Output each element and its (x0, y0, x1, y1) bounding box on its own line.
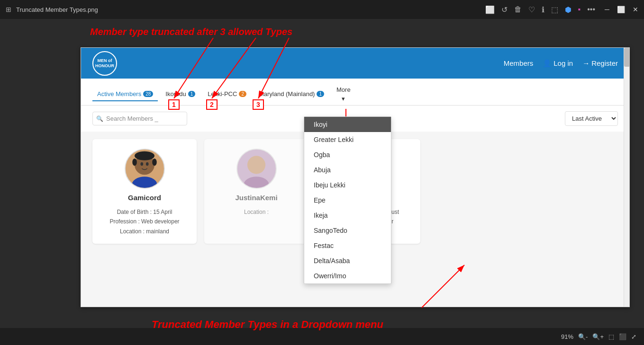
window-controls: ─ ⬜ ✕ (605, 6, 638, 13)
member-name-gamicord: Gamicord (128, 194, 161, 202)
dropdown-item-delta-asaba[interactable]: Delta/Asaba (304, 253, 391, 268)
tab-maryland-label: Maryland (Mainland) (259, 90, 315, 97)
tab-more[interactable]: More ▾ (332, 83, 355, 105)
dropdown-item-ibeju-lekki[interactable]: Ibeju Lekki (304, 177, 391, 193)
action-icon-2[interactable]: ↺ (501, 5, 508, 14)
zoom-level: 91% (561, 333, 573, 340)
avatar-justina (236, 149, 277, 189)
zoom-in-button[interactable]: 🔍+ (592, 333, 604, 340)
svg-point-11 (135, 151, 154, 160)
tab-more-label: More (336, 86, 351, 93)
scrollbar[interactable] (624, 48, 629, 307)
site-logo: MEN of HONOUR (92, 51, 117, 76)
nav-register-link[interactable]: → Register (582, 59, 618, 67)
tab-ikorodu-label: Ikorodu (165, 90, 186, 97)
login-icon: 👤 (543, 59, 552, 68)
dob-value-gamicord: 15 April (153, 209, 172, 215)
register-icon: → (582, 59, 590, 67)
zoom-out-button[interactable]: 🔍- (578, 333, 588, 340)
dropdown-item-greater-lekki[interactable]: Greater Lekki (304, 132, 391, 147)
status-bar: 91% 🔍- 🔍+ ⬚ ⬛ ⤢ (0, 328, 644, 345)
nav-bar: MEN of HONOUR Members 👤 Log in → Registe… (81, 48, 629, 79)
location-label: Location : (120, 228, 146, 235)
number-box-1: 1 (168, 99, 180, 110)
number-box-2: 2 (206, 99, 218, 110)
action-icon-5[interactable]: ℹ (542, 5, 544, 14)
dropdown-item-sangotedo[interactable]: SangoTedo (304, 223, 391, 238)
tab-active-members-badge: 28 (143, 91, 153, 97)
dropdown-item-owerri-imo[interactable]: Owerri/Imo (304, 268, 391, 283)
web-app-content: MEN of HONOUR Members 👤 Log in → Registe… (81, 47, 630, 307)
dropdown-item-ikeja[interactable]: Ikeja (304, 208, 391, 223)
dropdown-item-festac[interactable]: Festac (304, 238, 391, 253)
chevron-down-icon: ▾ (342, 95, 345, 102)
logo-text-line2: HONOUR (95, 63, 114, 69)
search-icon: 🔍 (96, 115, 103, 122)
tab-ikorodu[interactable]: Ikorodu 1 (161, 88, 200, 101)
svg-point-12 (132, 159, 137, 166)
full-screen-button[interactable]: ⤢ (631, 333, 636, 340)
member-info-gamicord: Date of Birth : 15 April Profession : We… (109, 207, 179, 236)
scrollbar-thumb[interactable] (624, 48, 630, 67)
dob-label: Date of Birth : (117, 209, 154, 215)
dropdown-menu: Ikoyi Greater Lekki Ogba Abuja Ibeju Lek… (304, 116, 391, 284)
profession-label: Profession : (109, 218, 141, 225)
svg-point-15 (247, 156, 265, 174)
action-icon-8[interactable]: ▪ (578, 5, 581, 14)
fit-window-button[interactable]: ⬚ (608, 333, 614, 340)
annotation-top-text: Member type truncated after 3 allowed Ty… (90, 27, 292, 37)
window-title: Truncated Member Types.png (16, 6, 98, 13)
svg-point-9 (140, 162, 143, 166)
maximize-button[interactable]: ⬜ (617, 6, 625, 13)
avatar-gamicord (125, 149, 165, 189)
member-card-justina[interactable]: JustinaKemi Location : (204, 139, 308, 244)
app-icon: ⊞ (6, 6, 11, 13)
dropdown-item-ikoyi[interactable]: Ikoyi (304, 117, 391, 132)
search-input[interactable] (92, 112, 187, 125)
action-icon-7[interactable]: ⬢ (565, 5, 571, 14)
tab-ikorodu-badge: 1 (188, 91, 196, 97)
dropdown-item-ogba[interactable]: Ogba (304, 147, 391, 162)
member-card-gamicord[interactable]: Gamicord Date of Birth : 15 April Profes… (92, 139, 197, 244)
tab-active-members-label: Active Members (97, 90, 141, 97)
nav-members-link[interactable]: Members (504, 59, 534, 67)
close-button[interactable]: ✕ (633, 6, 638, 13)
sort-select[interactable]: Last Active Name Date Joined (565, 111, 618, 126)
action-icon-6[interactable]: ⬚ (551, 5, 558, 14)
logo-text-line1: MEN of (98, 58, 112, 63)
tab-maryland[interactable]: Maryland (Mainland) 1 (254, 88, 329, 101)
member-name-justina: JustinaKemi (235, 194, 277, 202)
nav-links: Members 👤 Log in → Register (504, 59, 618, 68)
svg-point-10 (145, 162, 148, 166)
top-bar-actions: ⬜ ↺ 🗑 ♡ ℹ ⬚ ⬢ ▪ ••• (485, 5, 595, 14)
tab-lekki-pcc-label: Lekki-PCC (208, 90, 237, 97)
tab-lekki-pcc-badge: 2 (239, 91, 246, 97)
minimize-button[interactable]: ─ (605, 6, 609, 13)
action-icon-1[interactable]: ⬜ (485, 5, 495, 14)
filter-bar: Active Members 28 Ikorodu 1 Lekki-PCC 2 … (81, 79, 629, 106)
location-value-gamicord: mainland (146, 228, 169, 235)
action-icon-3[interactable]: 🗑 (514, 5, 522, 14)
actual-size-button[interactable]: ⬛ (619, 333, 626, 340)
top-bar: ⊞ Truncated Member Types.png ⬜ ↺ 🗑 ♡ ℹ ⬚… (0, 0, 644, 19)
tab-maryland-badge: 1 (317, 91, 324, 97)
tab-active-members[interactable]: Active Members 28 (92, 88, 158, 101)
dropdown-item-epe[interactable]: Epe (304, 193, 391, 208)
svg-point-13 (152, 159, 157, 166)
annotation-area: Member type truncated after 3 allowed Ty… (66, 19, 644, 345)
action-icon-more[interactable]: ••• (587, 5, 595, 14)
member-info-justina: Location : (244, 207, 269, 217)
search-input-wrap: 🔍 (92, 112, 187, 125)
location-label-justina: Location : (244, 209, 269, 215)
dropdown-item-abuja[interactable]: Abuja (304, 162, 391, 177)
profession-value-gamicord: Web developer (141, 218, 180, 225)
number-box-3: 3 (253, 99, 264, 110)
nav-login-link[interactable]: 👤 Log in (543, 59, 573, 68)
action-icon-4[interactable]: ♡ (528, 5, 535, 14)
